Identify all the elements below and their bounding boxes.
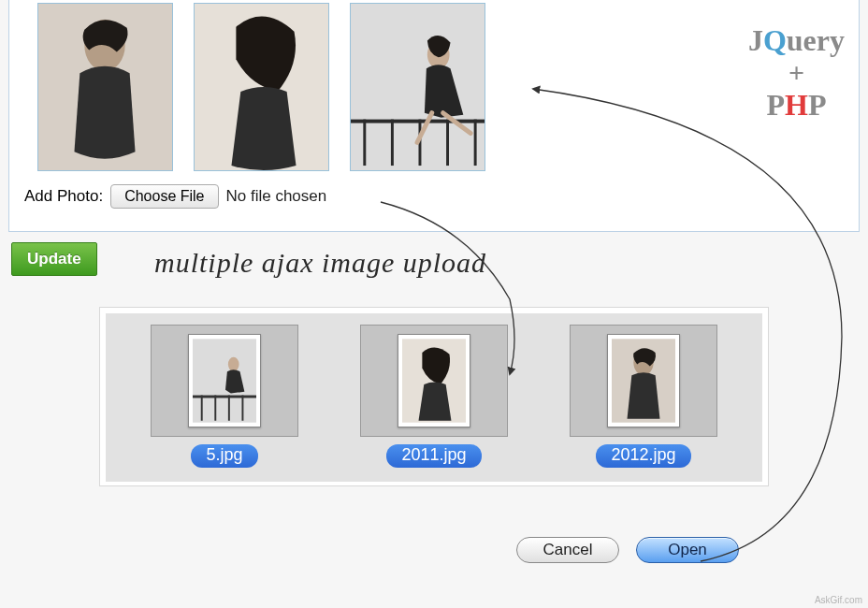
file-chooser: 5.jpg 2011.jpg 2012.jpg bbox=[99, 307, 769, 486]
logo-php: PHP bbox=[748, 88, 845, 123]
photo-placeholder-icon bbox=[402, 339, 466, 423]
file-thumbnail-frame bbox=[151, 325, 298, 437]
handwritten-caption: multiple ajax image upload bbox=[154, 247, 486, 279]
file-thumbnail-frame bbox=[360, 325, 508, 437]
upload-panel: Add Photo: Choose File No file chosen bbox=[8, 0, 860, 232]
add-photo-row: Add Photo: Choose File No file chosen bbox=[9, 171, 859, 209]
photo-placeholder-icon bbox=[38, 4, 172, 170]
cancel-button[interactable]: Cancel bbox=[516, 537, 619, 563]
photo-placeholder-icon bbox=[193, 339, 256, 423]
no-file-text: No file chosen bbox=[226, 187, 327, 206]
choose-file-button[interactable]: Choose File bbox=[110, 184, 218, 209]
photo-placeholder-icon bbox=[195, 4, 328, 170]
file-tile[interactable]: 2011.jpg bbox=[354, 325, 514, 468]
watermark: AskGif.com bbox=[815, 595, 862, 605]
photo-preview-1 bbox=[37, 3, 173, 171]
file-tile[interactable]: 5.jpg bbox=[145, 325, 304, 468]
photo-placeholder-icon bbox=[612, 339, 675, 423]
file-name-pill: 2012.jpg bbox=[596, 444, 690, 468]
svg-rect-5 bbox=[351, 120, 485, 123]
photo-preview-2 bbox=[194, 3, 329, 171]
logo: JQuery + PHP bbox=[748, 23, 845, 123]
file-name-pill: 2011.jpg bbox=[386, 444, 481, 468]
file-thumbnail-frame bbox=[570, 325, 717, 437]
photo-preview-row bbox=[9, 0, 859, 171]
dialog-buttons: Cancel Open bbox=[516, 537, 739, 563]
logo-plus: + bbox=[748, 58, 845, 88]
file-name-pill: 5.jpg bbox=[191, 444, 257, 468]
update-button[interactable]: Update bbox=[11, 242, 97, 276]
photo-preview-3 bbox=[350, 3, 485, 171]
open-button[interactable]: Open bbox=[636, 537, 739, 563]
logo-jquery: JQuery bbox=[748, 23, 845, 58]
file-chooser-grid: 5.jpg 2011.jpg 2012.jpg bbox=[106, 313, 762, 482]
file-tile[interactable]: 2012.jpg bbox=[564, 325, 723, 468]
add-photo-label: Add Photo: bbox=[24, 187, 103, 206]
photo-placeholder-icon bbox=[351, 4, 485, 170]
svg-point-18 bbox=[228, 357, 239, 372]
svg-rect-4 bbox=[351, 4, 485, 170]
